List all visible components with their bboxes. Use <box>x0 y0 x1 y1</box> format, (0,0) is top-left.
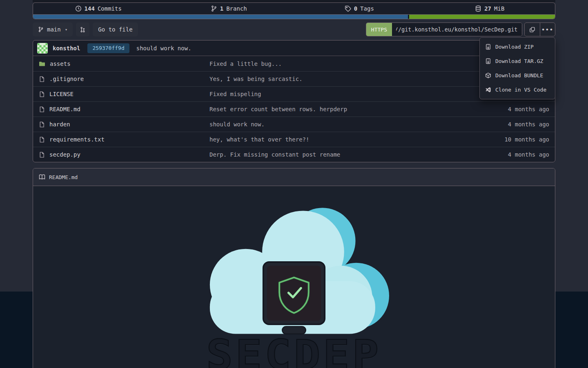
file-table: konsthol 259370ff9d should work now. ass… <box>33 40 555 162</box>
latest-commit-message[interactable]: should work now. <box>136 45 192 52</box>
book-icon <box>39 174 45 180</box>
file-commit-message[interactable]: Reset error count between rows. herpderp <box>209 106 463 112</box>
commit-hash-badge[interactable]: 259370ff9d <box>87 43 129 53</box>
readme-header: README.md <box>33 168 555 186</box>
commit-count: 144 <box>85 5 95 12</box>
more-actions-button[interactable]: ••• <box>540 23 555 36</box>
menu-item-download-targz[interactable]: Download TAR.GZ <box>480 54 555 68</box>
table-row: .gitignore Yes, I was being sarcastic. <box>33 71 555 86</box>
menu-item-label: Clone in VS Code <box>495 87 546 93</box>
tags-stat[interactable]: 0 Tags <box>294 3 425 14</box>
history-icon <box>75 5 82 12</box>
file-icon <box>39 121 45 128</box>
branch-selector[interactable]: main ▾ <box>33 22 73 36</box>
file-link[interactable]: assets <box>39 61 209 67</box>
language-segment-1 <box>33 15 408 19</box>
avatar[interactable] <box>37 43 48 54</box>
chevron-down-icon: ▾ <box>65 27 68 32</box>
branch-icon <box>38 27 44 32</box>
ellipsis-icon: ••• <box>541 27 553 33</box>
file-name-label: harden <box>49 121 70 128</box>
clone-url-group: HTTPS <box>366 22 522 36</box>
package-icon <box>485 72 491 79</box>
compare-icon <box>80 27 86 33</box>
menu-item-label: Download BUNDLE <box>495 72 543 79</box>
file-icon <box>39 137 45 143</box>
repo-size-label: MiB <box>494 5 504 12</box>
go-to-file-label: Go to file <box>98 26 132 33</box>
language-bar[interactable] <box>33 15 555 19</box>
file-commit-time: 4 months ago <box>463 106 549 112</box>
file-link[interactable]: LICENSE <box>39 91 209 97</box>
file-link[interactable]: secdep.py <box>39 151 209 158</box>
copy-icon <box>529 27 535 33</box>
tag-icon <box>345 5 351 12</box>
file-commit-message[interactable]: Fixed mispeling <box>209 91 463 97</box>
latest-commit-row: konsthol 259370ff9d should work now. <box>33 40 555 56</box>
repo-toolbar: main ▾ Go to file HTTPS <box>33 22 555 36</box>
go-to-file-button[interactable]: Go to file <box>93 22 138 36</box>
compare-button[interactable] <box>76 22 89 36</box>
commit-label: Commits <box>98 5 122 12</box>
table-row: assets Fixed a little bug... <box>33 56 555 71</box>
https-protocol-button[interactable]: HTTPS <box>366 23 392 36</box>
clone-actions-group: ••• <box>524 22 555 36</box>
file-icon <box>39 106 45 112</box>
repo-page: 144 Commits 1 Branch 0 Tags 2 <box>0 0 588 368</box>
menu-item-label: Download TAR.GZ <box>495 58 543 64</box>
repo-size-stat[interactable]: 27 MiB <box>425 3 555 14</box>
zip-file-icon <box>485 58 491 64</box>
file-commit-time: 4 months ago <box>463 121 549 128</box>
zip-file-icon <box>485 44 491 50</box>
repo-size-value: 27 <box>484 5 491 12</box>
menu-item-clone-vscode[interactable]: Clone in VS Code <box>480 83 555 97</box>
commit-author[interactable]: konsthol <box>53 45 80 52</box>
file-link[interactable]: harden <box>39 121 209 128</box>
menu-item-download-zip[interactable]: Download ZIP <box>480 40 555 54</box>
branch-icon <box>211 5 217 12</box>
table-row: harden should work now. 4 months ago <box>33 117 555 132</box>
file-icon <box>39 91 45 97</box>
current-branch-label: main <box>47 26 61 33</box>
file-link[interactable]: requirements.txt <box>39 136 209 143</box>
folder-icon <box>39 61 45 67</box>
file-commit-message[interactable]: Fixed a little bug... <box>209 61 463 67</box>
file-name-label: secdep.py <box>49 151 80 158</box>
file-commit-message[interactable]: should work now. <box>209 121 463 128</box>
readme-content: SECDEP <box>33 186 555 368</box>
file-commit-message[interactable]: Derp. Fix missing constant post rename <box>209 151 463 158</box>
commits-stat[interactable]: 144 Commits <box>33 3 164 14</box>
tag-label: Tags <box>360 5 374 12</box>
branches-stat[interactable]: 1 Branch <box>164 3 294 14</box>
toolbar-spacer <box>141 22 363 36</box>
table-row: requirements.txt hey, what's that over t… <box>33 132 555 147</box>
menu-item-download-bundle[interactable]: Download BUNDLE <box>480 68 555 83</box>
file-link[interactable]: README.md <box>39 106 209 112</box>
readme-panel: README.md <box>33 168 555 368</box>
database-icon <box>475 5 481 12</box>
repo-stats-bar: 144 Commits 1 Branch 0 Tags 2 <box>33 2 555 15</box>
branch-count: 1 <box>220 5 223 12</box>
download-dropdown-menu: Download ZIP Download TAR.GZ Download BU… <box>479 37 555 99</box>
file-name-label: requirements.txt <box>49 136 105 143</box>
file-link[interactable]: .gitignore <box>39 76 209 82</box>
tag-count: 0 <box>354 5 357 12</box>
clone-url-input[interactable] <box>392 23 522 36</box>
copy-url-button[interactable] <box>525 23 540 36</box>
language-segment-2 <box>409 15 555 19</box>
file-icon <box>39 76 45 82</box>
secdep-logo-text: SECDEP <box>206 335 381 368</box>
https-label: HTTPS <box>371 27 387 33</box>
branch-label: Branch <box>226 5 247 12</box>
file-commit-message[interactable]: Yes, I was being sarcastic. <box>209 76 463 82</box>
file-commit-time: 10 months ago <box>463 136 549 143</box>
file-name-label: .gitignore <box>49 76 84 82</box>
identicon <box>37 43 48 54</box>
table-row: README.md Reset error count between rows… <box>33 101 555 117</box>
menu-item-label: Download ZIP <box>495 44 534 50</box>
table-row: secdep.py Derp. Fix missing constant pos… <box>33 147 555 162</box>
secdep-logo-image <box>199 205 389 341</box>
file-commit-message[interactable]: hey, what's that over there?! <box>209 136 463 143</box>
file-commit-time: 4 months ago <box>463 151 549 158</box>
file-icon <box>39 152 45 158</box>
